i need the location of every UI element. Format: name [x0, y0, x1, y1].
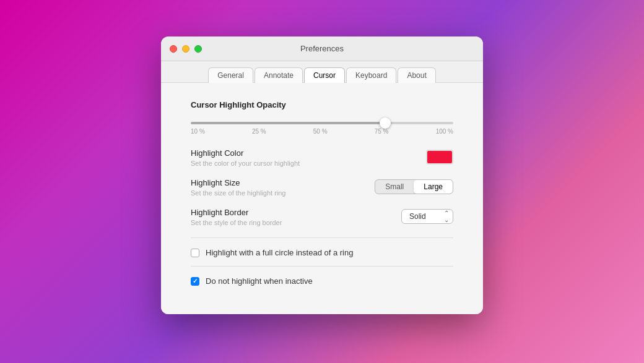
slider-labels: 10 % 25 % 50 % 75 % 100 % [191, 128, 453, 135]
color-swatch[interactable] [426, 150, 453, 164]
highlight-border-left: Highlight Border Set the style of the ri… [191, 208, 391, 226]
border-dropdown-wrap: Solid Dashed None ⌃ ⌄ [401, 209, 453, 224]
divider-2 [191, 266, 453, 267]
tab-bar: General Annotate Cursor Keyboard About [161, 61, 483, 83]
highlight-size-control: Small Large [375, 179, 453, 194]
highlight-color-sublabel: Set the color of your cursor highlight [191, 160, 416, 167]
tab-annotate[interactable]: Annotate [255, 67, 303, 83]
highlight-border-sublabel: Set the style of the ring border [191, 219, 391, 226]
tab-keyboard[interactable]: Keyboard [346, 67, 396, 83]
border-dropdown[interactable]: Solid Dashed None [401, 209, 453, 224]
highlight-color-control [426, 150, 453, 164]
tab-about[interactable]: About [398, 67, 435, 83]
full-circle-label: Highlight with a full circle instead of … [206, 248, 353, 257]
highlight-size-row: Highlight Size Set the size of the highl… [191, 178, 453, 197]
tab-general[interactable]: General [208, 67, 253, 83]
highlight-border-row: Highlight Border Set the style of the ri… [191, 208, 453, 226]
size-large-btn[interactable]: Large [414, 180, 453, 194]
highlight-size-label: Highlight Size [191, 178, 365, 187]
close-button[interactable] [170, 45, 177, 53]
mark-75: 75 % [375, 128, 389, 135]
opacity-label: Cursor Highlight Opacity [191, 100, 453, 109]
title-bar: Preferences [161, 36, 483, 61]
opacity-slider[interactable] [191, 122, 453, 124]
highlight-color-row: Highlight Color Set the color of your cu… [191, 148, 453, 167]
mark-100: 100 % [436, 128, 453, 135]
inactive-checkbox[interactable] [191, 277, 199, 286]
content-area: Cursor Highlight Opacity 10 % 25 % 50 % … [161, 83, 483, 314]
size-segmented: Small Large [375, 179, 453, 194]
tab-cursor[interactable]: Cursor [304, 67, 345, 83]
divider-1 [191, 237, 453, 238]
highlight-color-label: Highlight Color [191, 148, 416, 158]
highlight-size-left: Highlight Size Set the size of the highl… [191, 178, 365, 197]
minimize-button[interactable] [182, 45, 189, 53]
highlight-border-control: Solid Dashed None ⌃ ⌄ [401, 209, 453, 224]
window-title: Preferences [300, 44, 344, 53]
maximize-button[interactable] [194, 45, 202, 53]
inactive-row[interactable]: Do not highlight when inactive [191, 276, 453, 286]
size-small-btn[interactable]: Small [375, 180, 414, 194]
highlight-border-label: Highlight Border [191, 208, 391, 217]
highlight-size-sublabel: Set the size of the highlight ring [191, 189, 365, 197]
inactive-label: Do not highlight when inactive [206, 276, 313, 286]
mark-10: 10 % [191, 128, 205, 135]
mark-25: 25 % [252, 128, 266, 135]
traffic-lights [170, 45, 202, 53]
preferences-window: Preferences General Annotate Cursor Keyb… [161, 36, 483, 314]
highlight-color-left: Highlight Color Set the color of your cu… [191, 148, 416, 167]
opacity-section: Cursor Highlight Opacity 10 % 25 % 50 % … [191, 100, 453, 135]
mark-50: 50 % [313, 128, 328, 135]
full-circle-row[interactable]: Highlight with a full circle instead of … [191, 248, 453, 257]
full-circle-checkbox[interactable] [191, 249, 199, 257]
